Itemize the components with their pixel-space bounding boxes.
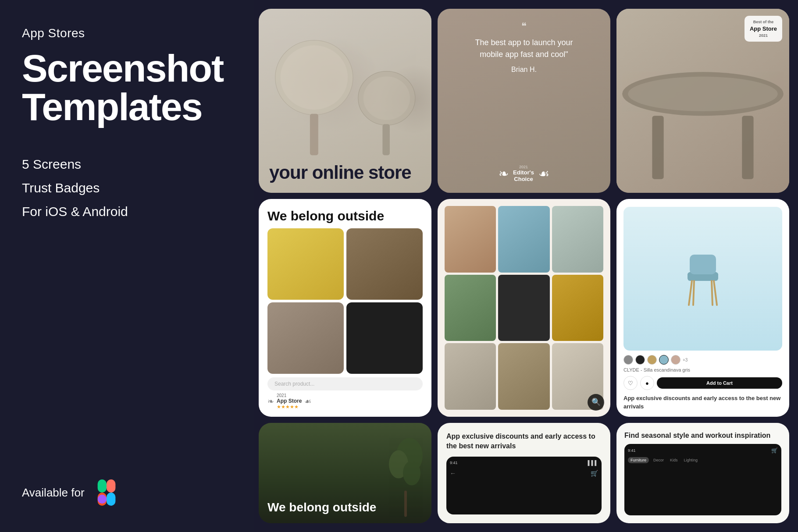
card-clyde-product: +3 CLYDE - Silla escandinava gris ♡ ● Ad… xyxy=(616,199,789,417)
svg-rect-1 xyxy=(107,479,115,493)
svg-rect-0 xyxy=(97,479,106,493)
cat-kids[interactable]: Kids xyxy=(668,457,680,463)
product-cell-1 xyxy=(445,206,496,273)
badge-year: 2021 xyxy=(750,33,777,39)
product-cell-8 xyxy=(498,343,549,410)
back-icon[interactable]: ← xyxy=(450,470,456,477)
color-options: +3 xyxy=(623,355,782,365)
product-cell-7 xyxy=(445,343,496,410)
mid-row: We belong outside Search product... ❧ 20… xyxy=(259,199,789,417)
card-product-search: 🔍 xyxy=(438,199,610,417)
thumb-4[interactable] xyxy=(659,355,669,365)
grid-cell-4 xyxy=(346,302,423,374)
card-discounts-mobile: App exclusive discounts and early access… xyxy=(438,423,610,523)
card-app-store-badge: Best of the App Store 2021 xyxy=(616,9,789,193)
badge-year: 2021 xyxy=(513,165,534,169)
svg-line-18 xyxy=(689,281,692,305)
cat-lighting[interactable]: Lighting xyxy=(682,457,700,463)
product-cell-6 xyxy=(552,275,603,341)
search-bar[interactable]: Search product... xyxy=(267,377,423,390)
product-search-grid xyxy=(445,206,603,410)
card-seasonal-style: Find seasonal style and workout inspirat… xyxy=(616,423,789,523)
main-title: Screenshot Templates xyxy=(22,49,232,126)
mini-phone-screen: 9:41 🛒 Furniture Decor Kids Lighting xyxy=(624,444,781,515)
editors-choice-section: ❧ 2021 Editor'sChoice ☙ xyxy=(448,165,600,182)
editors-choice-badge: ❧ 2021 Editor'sChoice ☙ xyxy=(499,165,549,182)
product-grid-belong xyxy=(267,228,423,374)
svg-rect-7 xyxy=(310,114,318,156)
svg-line-21 xyxy=(712,281,712,305)
svg-point-9 xyxy=(363,77,410,120)
phone-topbar: 9:41 ▌▌▌ xyxy=(450,460,598,465)
category-label: App Stores xyxy=(22,26,232,40)
heart-button[interactable]: ♡ xyxy=(623,376,638,390)
top-row: your online store ❝ The best app to laun… xyxy=(259,9,789,193)
left-panel: App Stores Screenshot Templates 5 Screen… xyxy=(0,0,254,532)
quote-author: Brian H. xyxy=(448,66,600,74)
best-of-label: Best of the xyxy=(750,19,777,25)
chair-illustration xyxy=(681,248,725,309)
cat-decor[interactable]: Decor xyxy=(652,457,666,463)
svg-rect-3 xyxy=(107,493,115,506)
badge-content: 2021 Editor'sChoice xyxy=(513,165,534,182)
badge-name-m1: App Store xyxy=(277,398,302,404)
discount-text: App exclusive discounts and early access… xyxy=(623,394,782,410)
bottom-row: We belong outside App exclusive discount… xyxy=(259,423,789,523)
store-title: your online store xyxy=(269,163,421,182)
thumb-1[interactable] xyxy=(623,355,633,365)
svg-point-12 xyxy=(628,77,777,111)
cat-furniture[interactable]: Furniture xyxy=(628,457,649,463)
svg-rect-14 xyxy=(742,116,753,179)
app-store-badge-row: ❧ 2021 App Store ★★★★★ ☙ xyxy=(267,393,423,410)
card-belong-dark: We belong outside xyxy=(259,423,431,523)
grid-cell-2 xyxy=(346,228,423,300)
view-button[interactable]: ● xyxy=(640,376,654,390)
phone-screen: 9:41 ▌▌▌ ← 🛒 xyxy=(446,457,602,482)
quote-body: The best app to launch yourmobile app fa… xyxy=(448,37,600,60)
available-section: Available for xyxy=(22,479,232,506)
title-line2: Templates xyxy=(22,85,202,128)
product-cell-4 xyxy=(445,275,496,341)
belong-title: We belong outside xyxy=(267,209,423,223)
svg-rect-13 xyxy=(652,116,663,179)
feature-platforms: For iOS & Android xyxy=(22,200,232,223)
svg-rect-10 xyxy=(382,124,390,155)
svg-point-4 xyxy=(97,495,106,504)
features-list: 5 Screens Trust Badges For iOS & Android xyxy=(22,153,232,223)
svg-point-24 xyxy=(403,461,420,485)
cart-icon[interactable]: 🛒 xyxy=(591,470,598,477)
phone-mockup: 9:41 ▌▌▌ ← 🛒 xyxy=(446,457,602,514)
feature-screens: 5 Screens xyxy=(22,153,232,176)
thumb-5[interactable] xyxy=(671,355,680,365)
search-icon[interactable]: 🔍 xyxy=(588,394,604,411)
thumb-2[interactable] xyxy=(635,355,645,365)
product-cell-5 xyxy=(498,275,549,341)
discounts-title: App exclusive discounts and early access… xyxy=(446,432,602,451)
laurel-right: ☙ xyxy=(538,167,549,181)
thumb-3[interactable] xyxy=(647,355,657,365)
feature-badges: Trust Badges xyxy=(22,176,232,200)
table-silhouette xyxy=(616,64,789,193)
seasonal-title: Find seasonal style and workout inspirat… xyxy=(624,431,781,440)
table-illustration xyxy=(267,27,423,174)
card-belong-outside: We belong outside Search product... ❧ 20… xyxy=(259,199,431,417)
grid-cell-3 xyxy=(267,302,344,374)
badge-info: 2021 App Store ★★★★★ xyxy=(277,393,302,410)
product-cell-2 xyxy=(498,206,549,273)
laurel-badge-right: ☙ xyxy=(304,397,311,406)
grid-cell-1 xyxy=(267,228,344,300)
add-to-cart-button[interactable]: Add to Cart xyxy=(657,377,782,389)
quote-marks: ❝ xyxy=(448,19,600,33)
chair-preview-area xyxy=(623,207,782,351)
product-cell-3 xyxy=(552,206,603,273)
title-line1: Screenshot xyxy=(22,46,223,90)
more-count: +3 xyxy=(683,358,688,362)
belong-dark-title: We belong outside xyxy=(267,501,423,514)
svg-line-20 xyxy=(693,281,694,305)
app-store-label: App Store xyxy=(750,25,777,33)
left-content: App Stores Screenshot Templates 5 Screen… xyxy=(22,26,232,479)
signal-icon: ▌▌▌ xyxy=(588,460,598,465)
card-online-store: your online store xyxy=(259,9,431,193)
stars: ★★★★★ xyxy=(277,404,302,410)
editors-choice-label: Editor'sChoice xyxy=(513,169,534,182)
